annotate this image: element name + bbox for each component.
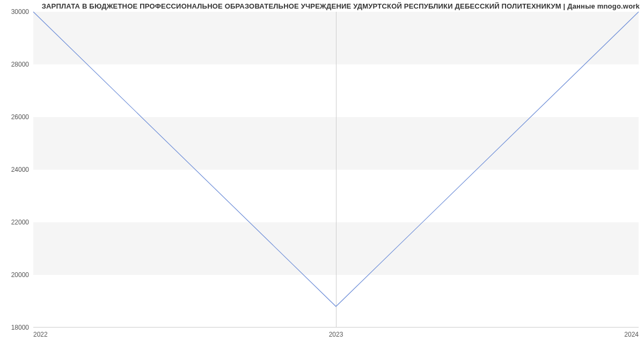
y-tick-label: 18000 (11, 324, 29, 331)
y-tick-label: 24000 (11, 166, 29, 173)
x-tick-label: 2024 (624, 331, 639, 338)
x-tick-label: 2022 (33, 331, 48, 338)
data-series (33, 12, 639, 328)
y-tick-label: 26000 (11, 113, 29, 121)
chart-plot-area: 18000 20000 22000 24000 26000 28000 3000… (33, 12, 639, 328)
chart-title: ЗАРПЛАТА В БЮДЖЕТНОЕ ПРОФЕССИОНАЛЬНОЕ ОБ… (42, 2, 640, 10)
x-tick-label: 2023 (329, 331, 343, 338)
y-tick-label: 30000 (11, 8, 29, 16)
y-tick-label: 20000 (11, 271, 29, 279)
y-tick-label: 28000 (11, 61, 29, 68)
y-tick-label: 22000 (11, 219, 29, 226)
